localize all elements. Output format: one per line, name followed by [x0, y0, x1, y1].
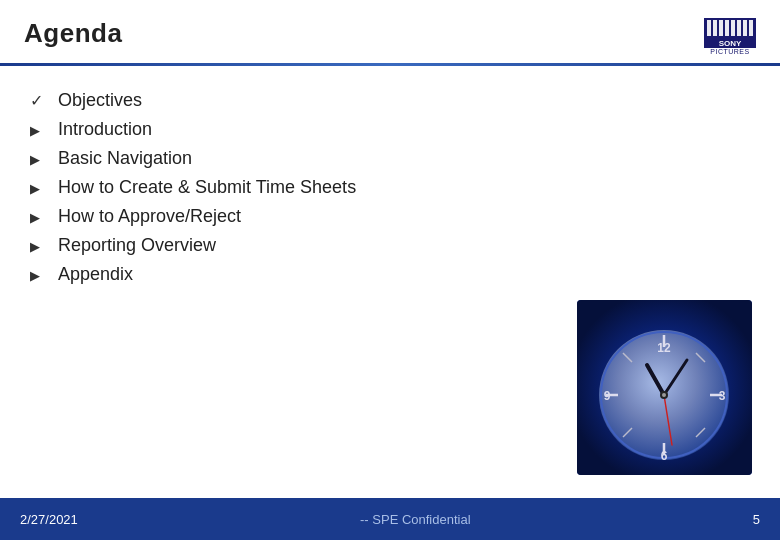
slide: Agenda SONY PICTURES — [0, 0, 780, 540]
slide-title: Agenda — [24, 18, 122, 49]
svg-text:12: 12 — [657, 341, 671, 355]
agenda-list: ✓Objectives▶Introduction▶Basic Navigatio… — [30, 86, 750, 289]
agenda-item-text: Reporting Overview — [58, 235, 216, 256]
svg-rect-8 — [749, 20, 753, 36]
agenda-item: ▶Basic Navigation — [30, 144, 750, 173]
svg-text:6: 6 — [661, 449, 668, 463]
agenda-item-text: Objectives — [58, 90, 142, 111]
svg-rect-7 — [743, 20, 747, 36]
agenda-item-text: How to Approve/Reject — [58, 206, 241, 227]
agenda-item: ▶How to Create & Submit Time Sheets — [30, 173, 750, 202]
slide-content: ✓Objectives▶Introduction▶Basic Navigatio… — [0, 66, 780, 299]
clock-image: 12 3 6 9 — [577, 300, 752, 475]
svg-text:9: 9 — [604, 389, 611, 403]
agenda-bullet-icon: ▶ — [30, 152, 48, 167]
agenda-item-text: Basic Navigation — [58, 148, 192, 169]
agenda-item: ▶Introduction — [30, 115, 750, 144]
agenda-bullet-icon: ✓ — [30, 91, 48, 110]
logo-graphic-icon: SONY — [704, 18, 756, 48]
slide-footer: 2/27/2021 -- SPE Confidential 5 — [0, 498, 780, 540]
agenda-item-text: How to Create & Submit Time Sheets — [58, 177, 356, 198]
svg-rect-6 — [737, 20, 741, 36]
slide-header: Agenda SONY PICTURES — [0, 0, 780, 63]
svg-rect-4 — [725, 20, 729, 36]
footer-confidential: -- SPE Confidential — [360, 512, 471, 527]
svg-text:SONY: SONY — [719, 39, 742, 48]
agenda-bullet-icon: ▶ — [30, 123, 48, 138]
agenda-bullet-icon: ▶ — [30, 210, 48, 225]
footer-date: 2/27/2021 — [20, 512, 78, 527]
svg-text:3: 3 — [719, 389, 726, 403]
agenda-item: ▶Reporting Overview — [30, 231, 750, 260]
svg-point-30 — [662, 393, 666, 397]
footer-page-number: 5 — [753, 512, 760, 527]
sony-logo: SONY PICTURES — [704, 18, 756, 55]
agenda-item: ▶How to Approve/Reject — [30, 202, 750, 231]
svg-rect-3 — [719, 20, 723, 36]
agenda-item-text: Appendix — [58, 264, 133, 285]
agenda-bullet-icon: ▶ — [30, 268, 48, 283]
svg-rect-0 — [704, 18, 756, 38]
agenda-bullet-icon: ▶ — [30, 181, 48, 196]
svg-rect-2 — [713, 20, 717, 36]
clock-svg-icon: 12 3 6 9 — [577, 300, 752, 475]
agenda-bullet-icon: ▶ — [30, 239, 48, 254]
svg-rect-5 — [731, 20, 735, 36]
agenda-item-text: Introduction — [58, 119, 152, 140]
logo-subtitle: PICTURES — [704, 48, 756, 55]
agenda-item: ▶Appendix — [30, 260, 750, 289]
agenda-item: ✓Objectives — [30, 86, 750, 115]
svg-rect-1 — [707, 20, 711, 36]
